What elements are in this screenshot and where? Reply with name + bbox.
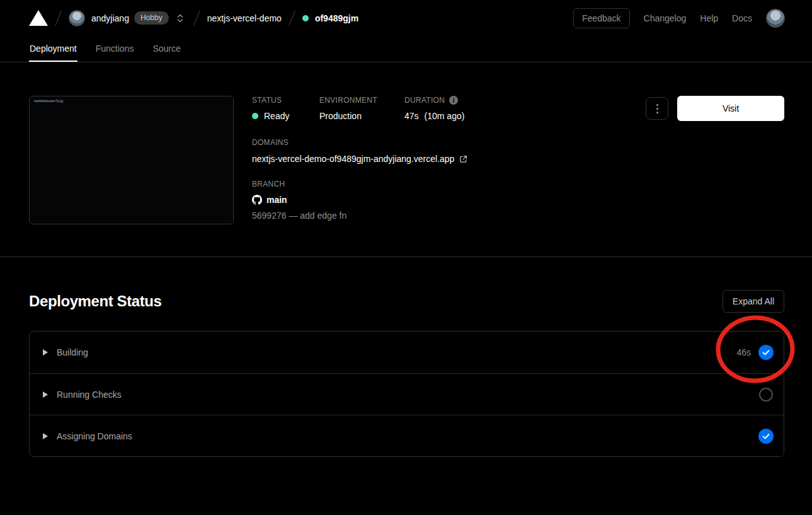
tab-bar: Deployment Functions Source [0,36,812,62]
plan-badge: Hobby [134,11,169,25]
duration-text: 47s [404,111,419,121]
status-section-header: Deployment Status Expand All [29,290,784,313]
status-accordion: Building 46s Running Checks [29,331,784,457]
overflow-menu-button[interactable] [646,97,668,120]
deployment-crumb: of9489gjm [302,13,358,23]
tab-functions[interactable]: Functions [95,36,135,62]
slash-divider-icon [193,10,200,25]
ready-status-dot-icon [252,113,258,119]
caret-right-icon [42,432,49,440]
external-link-icon [459,154,468,164]
domains-label: DOMAINS [252,138,468,147]
row-status-indicators [758,387,774,402]
top-nav: andyjiang Hobby nextjs-vercel-demo of948… [0,0,812,36]
overview-controls: Visit [646,96,784,121]
accordion-row-label: Building [57,347,88,357]
section-divider [0,257,812,257]
deployment-name: of9489gjm [315,13,358,23]
branch-line: main [252,195,468,205]
tab-deployment[interactable]: Deployment [29,36,77,62]
breadcrumb: andyjiang Hobby nextjs-vercel-demo of948… [29,10,358,26]
domain-link[interactable]: nextjs-vercel-demo-of9489gjm-andyjiang.v… [252,154,454,164]
feedback-button[interactable]: Feedback [573,8,629,28]
environment-label: ENVIRONMENT [319,96,404,105]
duration-ago-text: (10m ago) [425,111,465,121]
step-duration: 46s [736,347,751,357]
chevron-up-down-icon [175,13,185,23]
preview-thumbnail[interactable]: hasMiddleware?(y/g) [29,96,234,224]
branch-name[interactable]: main [266,195,287,205]
ellipsis-dot [656,104,658,106]
deployment-meta: STATUS Ready ENVIRONMENT Production DURA… [252,96,468,221]
duration-label-text: DURATION [404,96,445,105]
status-column: STATUS Ready [252,96,319,121]
accordion-row-running-checks[interactable]: Running Checks [30,373,784,415]
row-status-indicators [758,429,774,444]
vercel-logo-icon[interactable] [29,10,48,26]
duration-column: DURATION i 47s (10m ago) [404,96,464,121]
team-name[interactable]: andyjiang [91,13,129,23]
duration-value: 47s (10m ago) [404,111,464,121]
ellipsis-dot [656,108,658,110]
commit-message: 5699276 — add edge fn [252,211,468,221]
preview-page-text: hasMiddleware?(y/g) [34,99,229,103]
status-value: Ready [252,111,319,121]
expand-all-button[interactable]: Expand All [723,290,784,313]
status-text: Ready [264,111,289,121]
caret-right-icon [42,349,49,356]
accordion-row-label: Running Checks [57,390,122,400]
section-title: Deployment Status [29,292,162,310]
status-label: STATUS [252,96,319,105]
deployment-status-section: Deployment Status Expand All Building 46… [0,290,812,457]
branch-label: BRANCH [252,180,468,188]
visit-button[interactable]: Visit [677,96,784,121]
ellipsis-dot [656,112,658,113]
project-name[interactable]: nextjs-vercel-demo [207,13,282,23]
deployment-overview: hasMiddleware?(y/g) STATUS Ready ENVIRON… [0,62,812,257]
info-icon[interactable]: i [449,96,458,105]
top-nav-right: Feedback Changelog Help Docs [573,8,785,28]
environment-column: ENVIRONMENT Production [319,96,404,121]
help-link[interactable]: Help [700,13,718,23]
accordion-row-building[interactable]: Building 46s [30,332,784,373]
github-icon [252,195,262,205]
check-circle-icon [758,345,774,360]
header: andyjiang Hobby nextjs-vercel-demo of948… [0,0,812,62]
meta-row: STATUS Ready ENVIRONMENT Production DURA… [252,96,468,121]
accordion-row-assigning-domains[interactable]: Assigning Domains [30,415,784,456]
accordion-row-label: Assigning Domains [57,431,132,441]
changelog-link[interactable]: Changelog [644,13,687,23]
domain-line: nextjs-vercel-demo-of9489gjm-andyjiang.v… [252,154,468,164]
row-status-indicators: 46s [736,345,774,360]
user-avatar[interactable] [766,9,785,28]
check-circle-icon [758,429,774,444]
branch-block: BRANCH main 5699276 — add edge fn [252,180,468,221]
team-avatar[interactable] [69,10,85,26]
ready-status-dot-icon [302,15,309,21]
vercel-deployment-page: { "header": { "breadcrumb": { "team": "a… [0,0,812,515]
duration-label: DURATION i [404,96,464,105]
slash-divider-icon [55,10,62,25]
empty-circle-icon [758,387,774,402]
tab-source[interactable]: Source [152,36,181,62]
domains-block: DOMAINS nextjs-vercel-demo-of9489gjm-and… [252,138,468,164]
caret-right-icon [42,391,49,398]
slash-divider-icon [289,10,295,25]
docs-link[interactable]: Docs [732,13,752,23]
scope-switcher-button[interactable] [174,12,186,25]
environment-value: Production [319,111,404,121]
